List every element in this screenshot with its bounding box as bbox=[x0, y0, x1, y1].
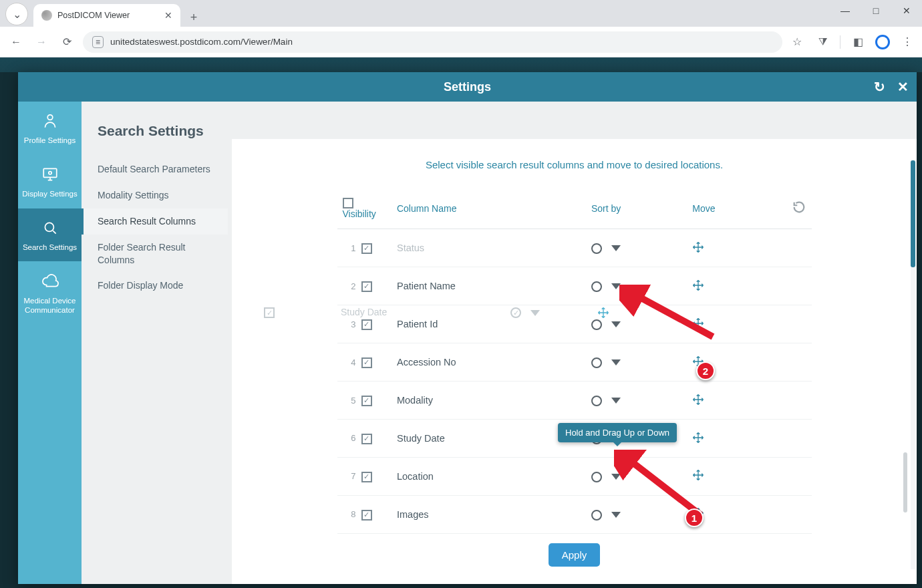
columns-panel: Select visible search result columns and… bbox=[232, 139, 917, 584]
browser-tab[interactable]: PostDICOM Viewer ✕ bbox=[33, 4, 180, 27]
sort-radio[interactable] bbox=[591, 396, 602, 406]
table-row[interactable]: 5✓Modality bbox=[337, 382, 812, 420]
rail-display-settings[interactable]: Display Settings bbox=[18, 155, 82, 208]
window-minimize-icon[interactable]: ― bbox=[830, 0, 861, 21]
svg-point-3 bbox=[45, 223, 53, 231]
new-tab-button[interactable]: + bbox=[184, 8, 203, 27]
visibility-checkbox[interactable]: ✓ bbox=[361, 281, 372, 292]
sort-radio[interactable] bbox=[591, 281, 602, 292]
side-panel-icon[interactable]: ◧ bbox=[850, 34, 866, 50]
nav-back-icon[interactable]: ← bbox=[7, 33, 25, 51]
rail-medical-device[interactable]: Medical Device Communicator bbox=[18, 261, 82, 324]
svg-point-0 bbox=[47, 115, 53, 120]
table-row[interactable]: 4✓Accession No bbox=[337, 343, 812, 382]
subnav-folder-search-columns[interactable]: Folder Search Result Columns bbox=[82, 235, 228, 273]
window-close-icon[interactable]: ✕ bbox=[891, 0, 922, 21]
rail-profile-settings[interactable]: Profile Settings bbox=[18, 102, 82, 155]
row-number: 1 bbox=[343, 243, 361, 253]
sort-direction-icon[interactable] bbox=[611, 283, 621, 289]
column-name-cell: Accession No bbox=[392, 343, 586, 382]
row-number: 5 bbox=[343, 396, 361, 406]
sort-radio[interactable] bbox=[591, 319, 602, 330]
tab-close-icon[interactable]: ✕ bbox=[164, 10, 172, 21]
columns-table: Visibility Column Name Sort by Move 1✓St… bbox=[337, 188, 812, 534]
visibility-checkbox[interactable]: ✓ bbox=[361, 319, 372, 330]
tab-title: PostDICOM Viewer bbox=[57, 11, 159, 20]
table-row[interactable]: 1✓Status bbox=[337, 229, 812, 267]
sort-direction-icon[interactable] bbox=[611, 512, 621, 518]
row-number: 7 bbox=[343, 471, 361, 481]
visibility-checkbox[interactable]: ✓ bbox=[361, 357, 372, 368]
move-handle-icon[interactable] bbox=[692, 435, 704, 446]
site-info-icon[interactable]: ≡ bbox=[92, 36, 104, 48]
tab-search-chevron[interactable]: ⌄ bbox=[5, 3, 28, 25]
sort-radio[interactable] bbox=[591, 243, 602, 254]
rail-label: Display Settings bbox=[22, 189, 77, 198]
table-row[interactable]: 3✓Patient Id bbox=[337, 305, 812, 343]
column-name-cell: Modality bbox=[392, 382, 586, 420]
visibility-checkbox[interactable]: ✓ bbox=[361, 472, 372, 482]
row-number: 4 bbox=[343, 357, 361, 368]
reset-columns-icon[interactable] bbox=[792, 206, 806, 216]
th-sort: Sort by bbox=[586, 188, 687, 229]
sort-direction-icon[interactable] bbox=[611, 245, 621, 251]
cloud-icon bbox=[41, 272, 59, 291]
extensions-icon[interactable]: ⧩ bbox=[814, 34, 830, 50]
move-handle-icon[interactable] bbox=[692, 397, 704, 408]
table-scrollbar[interactable] bbox=[903, 209, 907, 519]
sort-direction-icon[interactable] bbox=[611, 398, 621, 404]
table-row[interactable]: 2✓Patient Name bbox=[337, 267, 812, 305]
move-handle-icon[interactable] bbox=[692, 321, 704, 331]
rail-label: Profile Settings bbox=[24, 136, 75, 145]
modal-header: Settings ↻ ✕ bbox=[18, 72, 917, 102]
subnav-search-result-columns[interactable]: Search Result Columns bbox=[82, 208, 228, 235]
rail-search-settings[interactable]: Search Settings bbox=[18, 208, 82, 262]
sort-radio[interactable] bbox=[591, 472, 602, 482]
sort-direction-icon[interactable] bbox=[611, 359, 621, 365]
nav-forward-icon: → bbox=[32, 33, 51, 51]
subnav-default-search[interactable]: Default Search Parameters bbox=[82, 156, 228, 182]
url-text: unitedstateswest.postdicom.com/Viewer/Ma… bbox=[110, 37, 293, 47]
th-column-name: Column Name bbox=[392, 188, 586, 229]
nav-reload-icon[interactable]: ⟳ bbox=[57, 33, 76, 51]
th-visibility[interactable]: Visibility bbox=[337, 188, 392, 229]
sort-direction-icon[interactable] bbox=[611, 321, 621, 327]
profile-avatar-icon[interactable] bbox=[875, 35, 890, 49]
move-handle-icon[interactable] bbox=[692, 283, 704, 293]
subnav-folder-display[interactable]: Folder Display Mode bbox=[82, 273, 228, 299]
app-header-strip bbox=[0, 57, 922, 72]
rail-label: Medical Device Communicator bbox=[22, 296, 78, 315]
modal-refresh-icon[interactable]: ↻ bbox=[874, 79, 885, 95]
sort-radio[interactable] bbox=[591, 357, 602, 368]
move-handle-icon[interactable] bbox=[692, 359, 704, 370]
row-number: 8 bbox=[343, 509, 361, 519]
column-name-cell: Images bbox=[392, 495, 586, 533]
visibility-checkbox[interactable]: ✓ bbox=[361, 243, 372, 254]
move-handle-icon[interactable] bbox=[692, 510, 704, 521]
search-gear-icon bbox=[41, 219, 59, 239]
window-maximize-icon[interactable]: □ bbox=[861, 0, 891, 21]
settings-modal: Settings ↻ ✕ Profile Settings Display Se… bbox=[18, 72, 917, 584]
move-handle-icon[interactable] bbox=[692, 245, 704, 255]
address-bar[interactable]: ≡ unitedstateswest.postdicom.com/Viewer/… bbox=[83, 31, 782, 53]
modal-close-icon[interactable]: ✕ bbox=[897, 79, 909, 95]
visibility-checkbox[interactable]: ✓ bbox=[361, 434, 372, 444]
sort-direction-icon[interactable] bbox=[611, 474, 621, 480]
column-name-cell: Status bbox=[392, 229, 586, 267]
visibility-checkbox[interactable]: ✓ bbox=[361, 510, 372, 521]
apply-button[interactable]: Apply bbox=[549, 543, 601, 567]
browser-titlebar: ⌄ PostDICOM Viewer ✕ + ― □ ✕ bbox=[0, 0, 922, 27]
table-row[interactable]: 8✓Images bbox=[337, 495, 812, 533]
move-handle-icon[interactable] bbox=[692, 472, 704, 483]
visibility-checkbox[interactable]: ✓ bbox=[361, 396, 372, 406]
sort-radio[interactable] bbox=[591, 510, 602, 521]
table-row[interactable]: 7✓Location bbox=[337, 458, 812, 496]
th-move: Move bbox=[687, 188, 780, 229]
browser-menu-icon[interactable]: ⋮ bbox=[899, 34, 915, 50]
subnav-modality[interactable]: Modality Settings bbox=[82, 182, 228, 208]
header-checkbox[interactable] bbox=[343, 198, 353, 208]
settings-rail: Profile Settings Display Settings Search… bbox=[18, 102, 82, 584]
svg-rect-1 bbox=[43, 168, 57, 177]
person-icon bbox=[41, 112, 59, 132]
bookmark-star-icon[interactable]: ☆ bbox=[789, 34, 805, 50]
